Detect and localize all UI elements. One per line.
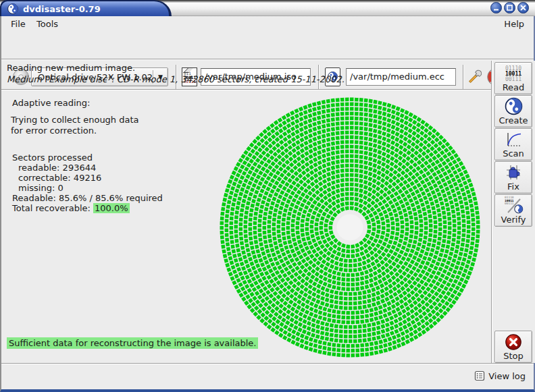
bottom-statusbar: View log [1, 364, 534, 389]
toolbar-separator [463, 65, 464, 89]
scan-button[interactable]: Scan [494, 128, 532, 161]
sectors-processed-header: Sectors processed [12, 152, 93, 163]
toolbar: Optical drive 52X FW 1.02 ▼ 011 10011 00… [1, 31, 534, 59]
stop-button-label: Stop [503, 351, 524, 362]
adaptive-reading-title: Adaptive reading: [12, 98, 90, 108]
sufficient-data-message: Sufficient data for reconstructing the i… [7, 337, 258, 349]
scan-graph-icon [504, 131, 523, 148]
titlebar-tab[interactable]: dvdisaster-0.79 [1, 1, 169, 16]
readable-summary: Readable: 85.6% / 85.6% required [12, 193, 163, 203]
close-button[interactable] [517, 2, 529, 13]
view-log-toggle[interactable]: View log [474, 370, 526, 381]
menu-file[interactable]: File [7, 18, 30, 30]
close-icon [519, 4, 527, 11]
description-line: for error correction. [11, 125, 97, 136]
preferences-wrench-icon[interactable] [466, 67, 484, 86]
correctable-count: correctable: 49216 [18, 173, 101, 183]
separator [1, 59, 534, 60]
verify-button[interactable]: 01110 10011 00111 Verify [494, 194, 532, 227]
recoverable-value-badge: 100.0% [93, 203, 130, 213]
separator [1, 89, 492, 90]
maximize-button[interactable] [504, 2, 515, 13]
view-log-label: View log [488, 371, 526, 381]
sidebar: 01110 10011 00111 Read Create [492, 61, 535, 363]
stop-icon [505, 333, 522, 351]
maximize-icon [506, 4, 513, 11]
disc-spiral-visualization [204, 91, 494, 362]
readable-count: readable: 293644 [18, 163, 96, 173]
menubar: File Tools Help [1, 16, 534, 31]
total-recoverable: Total recoverable: 100.0% [12, 203, 130, 213]
stop-button[interactable]: Stop [494, 331, 532, 363]
log-list-icon [474, 370, 485, 381]
create-button-label: Create [499, 115, 528, 126]
create-button[interactable]: Create [494, 95, 532, 128]
window-title: dvdisaster-0.79 [23, 4, 101, 14]
status-line-medium-info: Medium "Example disc": CD-R mode 1, 3428… [7, 74, 345, 84]
fix-button-label: Fix [507, 181, 519, 192]
yinyang-create-icon [505, 97, 523, 115]
verify-compare-icon: 01110 10011 00111 [503, 196, 524, 215]
titlebar[interactable]: dvdisaster-0.79 [0, 0, 535, 16]
read-button-label: Read [503, 82, 525, 93]
minimize-icon [492, 4, 500, 11]
puzzle-fix-icon [504, 163, 523, 181]
menu-help[interactable]: Help [500, 18, 528, 30]
description-line: Trying to collect enough data [11, 115, 139, 125]
ecc-file-input[interactable]: /var/tmp/medium.ecc [346, 68, 456, 86]
minimize-button[interactable] [490, 2, 502, 13]
binary-read-icon: 01110 10011 00111 [505, 66, 521, 82]
fix-button[interactable]: Fix [494, 161, 532, 194]
app-logo-yinyang-icon [7, 3, 18, 14]
read-button[interactable]: 01110 10011 00111 Read [494, 62, 532, 94]
status-line-primary: Reading new medium image. [7, 63, 135, 73]
scan-button-label: Scan [503, 148, 524, 159]
missing-count: missing: 0 [18, 183, 63, 193]
verify-button-label: Verify [501, 215, 526, 225]
menu-tools[interactable]: Tools [32, 18, 62, 30]
app-window: dvdisaster-0.79 File Tools Help Optical … [0, 0, 535, 392]
